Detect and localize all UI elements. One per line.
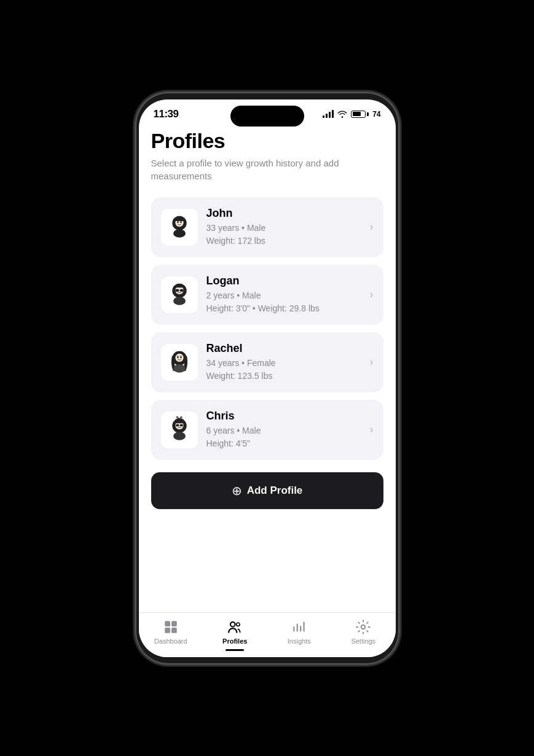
battery-percent: 74	[372, 110, 380, 119]
svg-point-3	[177, 221, 179, 223]
tab-bar: Dashboard Profiles In	[139, 612, 396, 657]
profile-name-chris: Chris	[206, 410, 361, 423]
profile-card-logan[interactable]: Logan 2 years • Male Height: 3'0" • Weig…	[151, 265, 383, 325]
chevron-john: ›	[370, 220, 374, 233]
tab-profiles-indicator	[226, 649, 244, 651]
profile-name-rachel: Rachel	[206, 342, 361, 355]
tab-insights-label: Insights	[288, 637, 311, 645]
tab-settings[interactable]: Settings	[331, 619, 396, 645]
profile-detail2-john: Weight: 172 lbs	[206, 235, 361, 247]
profiles-icon	[227, 619, 243, 635]
dynamic-island	[230, 106, 304, 127]
phone-screen: 11:39	[139, 99, 396, 657]
avatar-logan	[161, 276, 198, 313]
svg-point-33	[237, 622, 240, 625]
main-content: Profiles Select a profile to view growth…	[139, 123, 396, 612]
svg-rect-10	[179, 289, 183, 291]
profile-detail2-rachel: Weight: 123.5 lbs	[206, 370, 361, 383]
signal-icon	[323, 110, 334, 118]
svg-point-14	[173, 297, 186, 305]
svg-point-18	[177, 356, 179, 358]
svg-rect-29	[171, 621, 177, 626]
profile-info-john: John 33 years • Male Weight: 172 lbs	[206, 207, 361, 247]
profile-detail2-logan: Height: 3'0" • Weight: 29.8 lbs	[206, 302, 361, 315]
wifi-icon	[337, 111, 347, 118]
profile-detail1-rachel: 34 years • Female	[206, 357, 361, 370]
page-subtitle: Select a profile to view growth history …	[151, 157, 383, 182]
profile-name-john: John	[206, 207, 361, 220]
svg-rect-25	[179, 424, 183, 426]
add-circle-icon: ⊕	[232, 483, 242, 498]
avatar-rachel	[161, 344, 198, 381]
add-profile-button[interactable]: ⊕ Add Profile	[151, 472, 383, 509]
svg-rect-28	[165, 621, 170, 626]
profile-info-rachel: Rachel 34 years • Female Weight: 123.5 l…	[206, 342, 361, 383]
profile-detail1-logan: 2 years • Male	[206, 289, 361, 302]
chevron-logan: ›	[370, 288, 374, 301]
tab-dashboard-label: Dashboard	[154, 637, 187, 645]
profile-card-john[interactable]: John 33 years • Male Weight: 172 lbs ›	[151, 197, 383, 257]
profile-name-logan: Logan	[206, 275, 361, 287]
page-title: Profiles	[151, 129, 383, 153]
svg-point-5	[173, 229, 186, 237]
profile-detail1-john: 33 years • Male	[206, 222, 361, 235]
svg-point-20	[173, 364, 186, 372]
avatar-chris	[161, 411, 198, 448]
status-time: 11:39	[154, 108, 179, 120]
profile-card-chris[interactable]: Chris 6 years • Male Height: 4'5" ›	[151, 400, 383, 460]
phone-frame: 11:39	[135, 92, 399, 664]
settings-icon	[355, 619, 371, 635]
chevron-chris: ›	[370, 423, 374, 436]
status-icons: 74	[323, 110, 380, 119]
svg-point-34	[361, 625, 366, 629]
svg-rect-30	[165, 628, 170, 633]
svg-point-17	[175, 353, 183, 361]
profile-detail2-chris: Height: 4'5"	[206, 437, 361, 450]
svg-rect-9	[175, 289, 179, 291]
insights-icon	[291, 619, 307, 635]
tab-insights[interactable]: Insights	[267, 619, 332, 645]
svg-point-32	[230, 622, 235, 626]
profile-card-rachel[interactable]: Rachel 34 years • Female Weight: 123.5 l…	[151, 332, 383, 392]
chevron-rachel: ›	[370, 356, 374, 368]
profiles-list: John 33 years • Male Weight: 172 lbs ›	[151, 197, 383, 460]
svg-point-4	[180, 221, 182, 223]
svg-point-27	[173, 432, 186, 440]
tab-settings-label: Settings	[351, 637, 375, 645]
svg-rect-31	[171, 628, 177, 633]
dashboard-icon	[163, 619, 179, 635]
avatar-john	[161, 209, 198, 246]
tab-profiles-label: Profiles	[222, 637, 247, 645]
battery-icon	[351, 111, 369, 118]
profile-info-logan: Logan 2 years • Male Height: 3'0" • Weig…	[206, 275, 361, 315]
svg-rect-24	[176, 424, 179, 426]
tab-profiles[interactable]: Profiles	[203, 619, 267, 645]
add-profile-label: Add Profile	[247, 485, 303, 497]
svg-point-19	[180, 356, 182, 358]
profile-info-chris: Chris 6 years • Male Height: 4'5"	[206, 410, 361, 450]
tab-dashboard[interactable]: Dashboard	[139, 619, 203, 645]
profile-detail1-chris: 6 years • Male	[206, 424, 361, 437]
